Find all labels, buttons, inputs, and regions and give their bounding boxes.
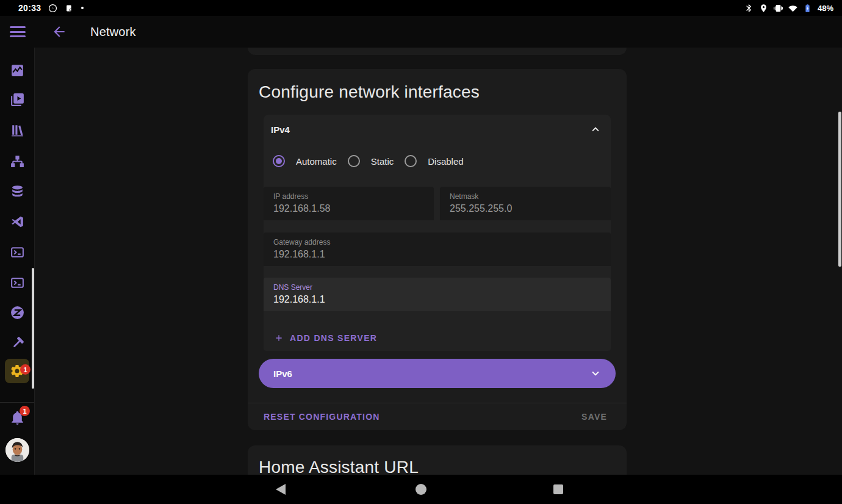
ipv4-panel-header[interactable]: IPv4 [264,115,611,144]
zigbee-icon[interactable] [10,305,25,320]
ip-address-label: IP address [273,192,424,201]
sitemap-icon[interactable] [10,154,25,169]
gateway-field: Gateway address 192.168.1.1 [264,232,611,266]
vibration-icon [774,4,783,13]
terminal-2-icon[interactable] [10,275,25,290]
notifications-badge: 1 [20,406,30,416]
netmask-value: 255.255.255.0 [450,203,601,214]
ipv6-label: IPv6 [273,369,589,379]
location-icon [759,4,768,13]
ipv6-panel-header[interactable]: IPv6 [259,359,616,388]
nav-recents-button[interactable] [553,484,563,494]
sidebar-item-settings[interactable]: 1 [5,359,29,383]
app-icon [65,4,74,13]
netmask-label: Netmask [450,192,601,201]
network-interfaces-card: Configure network interfaces IPv4 Automa… [248,69,627,430]
sidebar-divider [0,402,34,403]
sidebar-item-notifications[interactable]: 1 [10,410,25,425]
terminal-icon[interactable] [10,245,25,260]
radio-automatic[interactable] [273,155,285,167]
radio-disabled[interactable] [405,155,417,167]
gateway-value: 192.168.1.1 [273,249,601,260]
ipv4-label: IPv4 [271,124,589,135]
back-arrow-icon[interactable] [51,24,67,40]
previous-card [248,48,627,55]
ip-address-field: IP address 192.168.1.58 [264,187,434,220]
radio-disabled-label: Disabled [428,156,463,167]
chevron-up-icon [589,123,602,136]
media-browser-icon[interactable] [10,92,25,107]
battery-icon [803,4,812,13]
nav-home-button[interactable] [416,484,426,495]
radio-static-label: Static [371,156,394,167]
settings-badge: 1 [20,364,31,375]
ipv4-panel: IPv4 Automatic Static Disabled IP addres… [264,115,611,351]
card-actions: RESET CONFIGURATION SAVE [248,403,627,430]
chevron-down-icon [589,367,602,380]
radio-static[interactable] [348,155,360,167]
page-title: Network [90,25,136,39]
dns-server-value: 192.168.1.1 [273,294,601,305]
gateway-label: Gateway address [273,238,601,247]
dns-server-label: DNS Server [273,283,601,292]
netmask-field: Netmask 255.255.255.0 [440,187,611,220]
dns-server-field[interactable]: DNS Server 192.168.1.1 [264,278,611,311]
radio-automatic-label: Automatic [296,156,337,167]
notification-dot [81,7,84,9]
home-assistant-url-card: Home Assistant URL [248,445,627,475]
save-button[interactable]: SAVE [581,412,607,422]
content-scrollbar[interactable] [838,112,841,267]
vscode-icon[interactable] [10,214,25,229]
card-title: Configure network interfaces [259,82,480,102]
database-icon[interactable] [10,184,25,199]
wifi-icon [788,4,797,13]
android-nav-bar [0,475,842,504]
tools-icon[interactable] [10,336,25,351]
add-dns-server-label: ADD DNS SERVER [290,333,377,343]
sidebar-scrollbar[interactable] [32,268,34,389]
sidebar: 1 1 [0,48,35,475]
battery-percent: 48% [818,4,833,13]
screen: 20:33 [0,0,842,504]
messenger-icon [48,4,57,13]
reset-configuration-button[interactable]: RESET CONFIGURATION [264,412,380,422]
plus-icon [274,333,284,343]
user-avatar[interactable] [5,438,29,462]
clock: 20:33 [18,3,41,13]
next-card-title: Home Assistant URL [259,458,419,475]
bluetooth-icon [744,4,754,13]
ipv4-mode-radio-group: Automatic Static Disabled [273,150,464,172]
nav-back-button[interactable] [276,484,286,495]
menu-icon[interactable] [10,26,26,37]
main-content: Configure network interfaces IPv4 Automa… [35,48,842,475]
library-icon[interactable] [10,123,25,138]
history-chart-icon[interactable] [10,63,25,78]
ip-address-value: 192.168.1.58 [273,203,424,214]
add-dns-server-button[interactable]: ADD DNS SERVER [269,327,382,349]
status-bar: 20:33 [0,0,842,16]
app-toolbar: Network [0,16,842,48]
